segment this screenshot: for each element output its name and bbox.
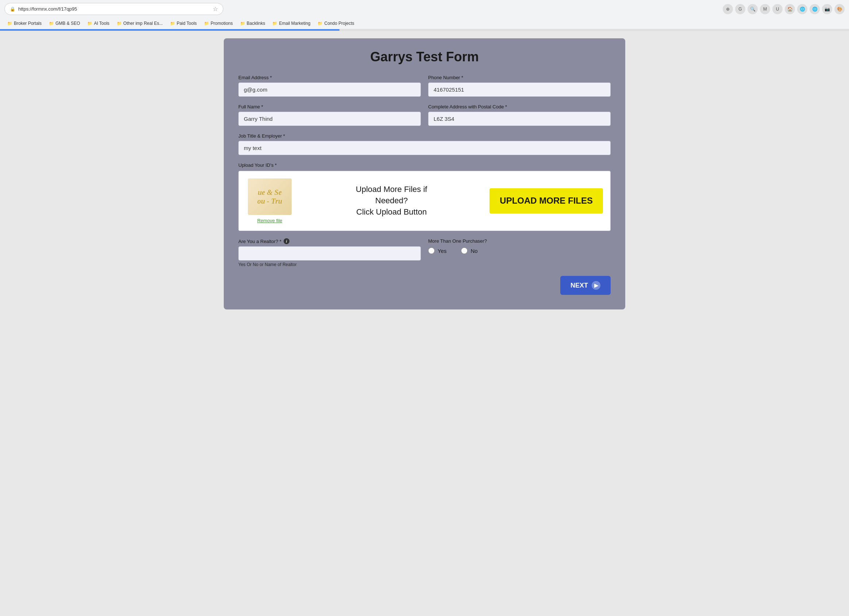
folder-icon: 📁 (317, 21, 323, 26)
yes-option[interactable]: Yes (428, 247, 447, 254)
yes-label: Yes (438, 248, 447, 254)
fullname-group: Full Name * (238, 104, 421, 126)
bookmark-paid-tools[interactable]: 📁 Paid Tools (167, 19, 200, 27)
no-option[interactable]: No (461, 247, 477, 254)
jobtitle-row: Job Title & Employer * (238, 133, 611, 155)
bookmark-email-marketing[interactable]: 📁 Email Marketing (270, 19, 313, 27)
ext-icon-6[interactable]: 🏠 (785, 4, 795, 14)
thumbnail-text: ue & Se ou - Tru (257, 188, 282, 205)
no-radio[interactable] (461, 247, 468, 254)
radio-options: Yes No (428, 247, 611, 254)
file-thumbnail: ue & Se ou - Tru (248, 179, 292, 215)
page-content: Garrys Test Form Email Address * Phone N… (0, 31, 849, 317)
bottom-row: Are You a Realtor? * i Yes Or No or Name… (238, 238, 611, 267)
jobtitle-group: Job Title & Employer * (238, 133, 611, 155)
realtor-hint: Yes Or No or Name of Realtor (238, 262, 421, 267)
fullname-input[interactable] (238, 112, 421, 126)
upload-section: Upload Your ID's * ue & Se ou - Tru Remo… (238, 162, 611, 231)
no-label: No (471, 248, 477, 254)
bookmark-label: Broker Portals (14, 21, 42, 26)
bookmark-label: Promotions (211, 21, 233, 26)
uploaded-file-preview: ue & Se ou - Tru Remove file (246, 179, 293, 223)
realtor-group: Are You a Realtor? * i Yes Or No or Name… (238, 238, 421, 267)
bookmark-label: Other imp Real Es... (124, 21, 163, 26)
ext-icon-2[interactable]: G (735, 4, 745, 14)
ext-icon-9[interactable]: 📷 (822, 4, 832, 14)
url-text: https://formnx.com/f/17qp95 (18, 6, 210, 12)
bookmark-label: Paid Tools (177, 21, 197, 26)
ext-icon-8[interactable]: 🌐 (810, 4, 820, 14)
folder-icon: 📁 (240, 21, 245, 26)
jobtitle-input[interactable] (238, 141, 611, 155)
bookmark-label: Email Marketing (279, 21, 310, 26)
info-icon[interactable]: i (284, 238, 289, 244)
bookmark-promotions[interactable]: 📁 Promotions (201, 19, 236, 27)
phone-group: Phone Number * (428, 75, 611, 97)
address-bar-row: 🔒 https://formnx.com/f/17qp95 ☆ ⊕ G 🔍 M … (0, 0, 849, 18)
bookmark-other-real-es[interactable]: 📁 Other imp Real Es... (114, 19, 166, 27)
email-phone-row: Email Address * Phone Number * (238, 75, 611, 97)
next-arrow-icon: ▶ (592, 281, 600, 290)
form-container: Garrys Test Form Email Address * Phone N… (224, 38, 625, 309)
next-button[interactable]: NEXT ▶ (560, 276, 611, 295)
folder-icon: 📁 (204, 21, 209, 26)
bookmark-ai-tools[interactable]: 📁 AI Tools (84, 19, 112, 27)
folder-icon: 📁 (7, 21, 12, 26)
form-title: Garrys Test Form (238, 49, 611, 65)
browser-chrome: 🔒 https://formnx.com/f/17qp95 ☆ ⊕ G 🔍 M … (0, 0, 849, 31)
folder-icon: 📁 (272, 21, 277, 26)
form-footer: NEXT ▶ (238, 276, 611, 295)
upload-button-area: UPLOAD MORE FILES (490, 188, 603, 213)
folder-icon: 📁 (87, 21, 92, 26)
ext-icon-7[interactable]: 🌐 (797, 4, 807, 14)
email-label: Email Address * (238, 75, 421, 80)
page-load-progress (0, 29, 849, 31)
address-bar[interactable]: 🔒 https://formnx.com/f/17qp95 ☆ (4, 3, 223, 15)
folder-icon: 📁 (117, 21, 122, 26)
folder-icon: 📁 (170, 21, 175, 26)
address-input[interactable] (428, 112, 611, 126)
ext-icon-5[interactable]: U (772, 4, 783, 14)
bookmark-label: Backlinks (247, 21, 265, 26)
email-group: Email Address * (238, 75, 421, 97)
upload-more-button[interactable]: UPLOAD MORE FILES (490, 188, 603, 213)
bookmarks-bar: 📁 Broker Portals 📁 GMB & SEO 📁 AI Tools … (0, 18, 849, 29)
address-label: Complete Address with Postal Code * (428, 104, 611, 110)
bookmark-label: Condo Projects (324, 21, 354, 26)
purchaser-label: More Than One Purchaser? (428, 238, 611, 244)
bookmark-label: AI Tools (94, 21, 109, 26)
bookmark-backlinks[interactable]: 📁 Backlinks (237, 19, 268, 27)
bookmark-broker-portals[interactable]: 📁 Broker Portals (4, 19, 45, 27)
address-group: Complete Address with Postal Code * (428, 104, 611, 126)
name-address-row: Full Name * Complete Address with Postal… (238, 104, 611, 126)
yes-radio[interactable] (428, 247, 435, 254)
upload-label: Upload Your ID's * (238, 162, 611, 168)
bookmark-star-icon[interactable]: ☆ (213, 6, 218, 12)
realtor-input[interactable] (238, 246, 421, 260)
phone-input[interactable] (428, 82, 611, 97)
upload-instructions: Upload More Files if Needed? Click Uploa… (308, 184, 475, 217)
bookmark-label: GMB & SEO (55, 21, 80, 26)
browser-extension-icons: ⊕ G 🔍 M U 🏠 🌐 🌐 📷 🎨 (723, 4, 845, 14)
remove-file-button[interactable]: Remove file (257, 218, 283, 223)
next-label: NEXT (570, 282, 588, 289)
upload-area: ue & Se ou - Tru Remove file Upload More… (238, 171, 611, 231)
fullname-label: Full Name * (238, 104, 421, 110)
folder-icon: 📁 (49, 21, 54, 26)
bookmark-gmb-seo[interactable]: 📁 GMB & SEO (46, 19, 83, 27)
realtor-label: Are You a Realtor? * i (238, 238, 421, 244)
ext-icon-3[interactable]: 🔍 (748, 4, 758, 14)
progress-fill (0, 29, 340, 31)
ext-icon-10[interactable]: 🎨 (834, 4, 845, 14)
ext-icon-1[interactable]: ⊕ (723, 4, 733, 14)
purchaser-group: More Than One Purchaser? Yes No (428, 238, 611, 254)
jobtitle-label: Job Title & Employer * (238, 133, 611, 139)
lock-icon: 🔒 (10, 7, 15, 12)
phone-label: Phone Number * (428, 75, 611, 80)
ext-icon-4[interactable]: M (760, 4, 770, 14)
upload-instructions-text: Upload More Files if Needed? Click Uploa… (308, 184, 475, 217)
email-input[interactable] (238, 82, 421, 97)
bookmark-condo-projects[interactable]: 📁 Condo Projects (315, 19, 357, 27)
